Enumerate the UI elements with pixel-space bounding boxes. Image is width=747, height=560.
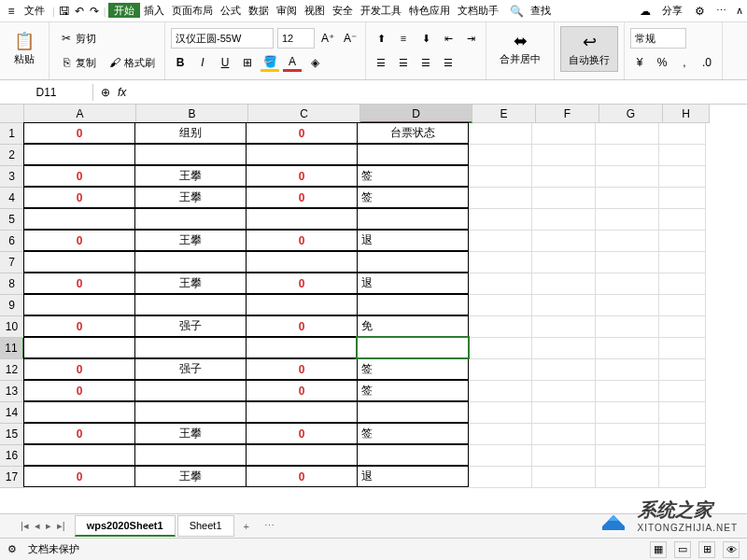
cell-grid[interactable]: 0组别0台票状态0王攀0签0王攀0签0王攀0退0王攀0退0强子0免0强子0签00…: [24, 123, 706, 488]
cell-H2[interactable]: [659, 145, 706, 166]
cloud-icon[interactable]: ☁: [638, 4, 653, 19]
cell-D2[interactable]: [357, 144, 469, 165]
formula-input[interactable]: [134, 85, 507, 99]
cell-F17[interactable]: [532, 467, 596, 488]
sheet-list-icon[interactable]: ⋯: [257, 516, 282, 536]
col-header-A[interactable]: A: [24, 105, 136, 123]
name-box[interactable]: D11: [0, 84, 93, 101]
cell-F6[interactable]: [532, 231, 596, 252]
cell-A8[interactable]: 0: [23, 273, 135, 294]
cell-G4[interactable]: [596, 188, 659, 209]
cell-E2[interactable]: [469, 145, 532, 166]
cell-C12[interactable]: 0: [246, 358, 358, 380]
align-right-icon[interactable]: ☰: [416, 54, 435, 71]
cell-E11[interactable]: [469, 338, 532, 359]
row-header-10[interactable]: 10: [0, 316, 24, 338]
row-header-13[interactable]: 13: [0, 381, 24, 402]
cell-G12[interactable]: [596, 359, 659, 381]
cell-B12[interactable]: 强子: [134, 358, 247, 380]
ribbon-tab-9[interactable]: 特色应用: [405, 3, 454, 18]
cell-D15[interactable]: 签: [357, 423, 469, 444]
insert-function-icon[interactable]: ⊕: [101, 86, 110, 99]
cell-H12[interactable]: [659, 359, 706, 381]
cell-C7[interactable]: [246, 251, 358, 273]
cell-A15[interactable]: 0: [23, 423, 135, 444]
row-header-14[interactable]: 14: [0, 402, 24, 424]
normal-view-icon[interactable]: ▦: [650, 541, 667, 558]
cell-G3[interactable]: [596, 166, 659, 188]
cell-F14[interactable]: [532, 402, 596, 424]
cell-B15[interactable]: 王攀: [134, 423, 247, 444]
cell-A14[interactable]: [23, 401, 135, 423]
comma-icon[interactable]: ,: [675, 53, 694, 72]
row-header-4[interactable]: 4: [0, 188, 24, 209]
number-format-select[interactable]: [630, 28, 686, 49]
row-header-2[interactable]: 2: [0, 145, 24, 166]
cell-D10[interactable]: 免: [357, 315, 469, 337]
cell-A3[interactable]: 0: [23, 165, 135, 187]
format-painter-button[interactable]: 🖌 格式刷: [104, 53, 159, 72]
col-header-G[interactable]: G: [599, 105, 663, 123]
cell-C9[interactable]: [246, 294, 358, 315]
cell-H17[interactable]: [659, 467, 706, 488]
row-header-9[interactable]: 9: [0, 295, 24, 316]
cell-F7[interactable]: [532, 252, 596, 273]
cell-G14[interactable]: [596, 402, 659, 424]
first-sheet-icon[interactable]: |◂: [19, 520, 31, 532]
cell-E5[interactable]: [469, 209, 532, 231]
cell-E4[interactable]: [469, 188, 532, 209]
row-header-16[interactable]: 16: [0, 445, 24, 467]
cell-C3[interactable]: 0: [246, 165, 358, 187]
align-top-icon[interactable]: ⬆: [372, 30, 390, 47]
doc-protect-icon[interactable]: ⚙: [7, 543, 17, 555]
font-size-select[interactable]: [277, 28, 315, 49]
percent-icon[interactable]: %: [653, 53, 671, 72]
row-header-17[interactable]: 17: [0, 467, 24, 488]
justify-icon[interactable]: ☰: [439, 54, 458, 71]
cell-H11[interactable]: [659, 338, 706, 359]
cell-A16[interactable]: [23, 444, 135, 466]
cell-E6[interactable]: [469, 231, 532, 252]
cell-G2[interactable]: [596, 145, 659, 166]
reading-view-icon[interactable]: 👁: [723, 541, 740, 558]
cell-B6[interactable]: 王攀: [134, 230, 247, 251]
col-header-H[interactable]: H: [663, 105, 710, 123]
cell-F3[interactable]: [532, 166, 596, 188]
cell-C14[interactable]: [246, 401, 358, 423]
cell-H14[interactable]: [659, 402, 706, 424]
page-layout-view-icon[interactable]: ▭: [674, 541, 691, 558]
cell-F2[interactable]: [532, 145, 596, 166]
paste-button[interactable]: 📋 粘贴: [6, 26, 43, 70]
share-button[interactable]: 分享: [662, 4, 683, 18]
cell-A5[interactable]: [23, 208, 135, 230]
cell-F5[interactable]: [532, 209, 596, 231]
sheet-tab-1[interactable]: Sheet1: [177, 515, 234, 537]
row-header-6[interactable]: 6: [0, 231, 24, 252]
cell-G10[interactable]: [596, 316, 659, 338]
cell-B1[interactable]: 组别: [134, 122, 247, 144]
align-left-icon[interactable]: ☰: [372, 54, 390, 71]
decrease-font-icon[interactable]: A⁻: [341, 29, 359, 48]
cell-H8[interactable]: [659, 273, 706, 295]
cell-D9[interactable]: [357, 294, 469, 315]
cell-G1[interactable]: [596, 123, 659, 145]
row-header-15[interactable]: 15: [0, 424, 24, 445]
col-header-F[interactable]: F: [536, 105, 599, 123]
cut-button[interactable]: ✂ 剪切: [55, 29, 100, 48]
redo-icon[interactable]: ↷: [87, 4, 102, 19]
next-sheet-icon[interactable]: ▸: [44, 520, 53, 532]
cell-B14[interactable]: [134, 401, 247, 423]
cell-G16[interactable]: [596, 445, 659, 467]
fill-color-button[interactable]: 🪣: [261, 53, 279, 72]
cell-D8[interactable]: 退: [357, 273, 469, 294]
cell-E13[interactable]: [469, 381, 532, 402]
cell-E8[interactable]: [469, 273, 532, 295]
cell-D14[interactable]: [357, 401, 469, 423]
file-menu[interactable]: 文件: [19, 4, 50, 18]
cell-B5[interactable]: [134, 208, 247, 230]
cell-E16[interactable]: [469, 445, 532, 467]
cell-A12[interactable]: 0: [23, 358, 135, 380]
cell-B2[interactable]: [134, 144, 247, 165]
cell-D12[interactable]: 签: [357, 358, 469, 380]
search-label[interactable]: 查找: [525, 4, 557, 18]
